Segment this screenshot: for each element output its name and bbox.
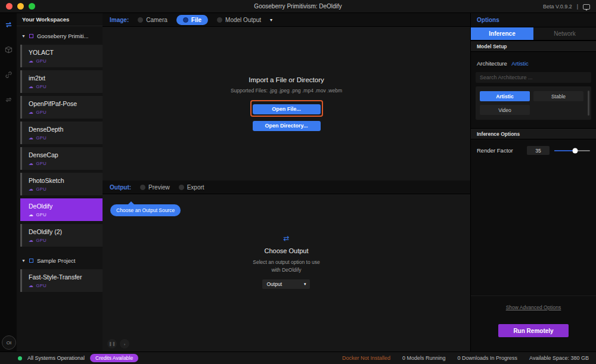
chevron-down-icon[interactable]: ▼	[21, 34, 26, 38]
slider-thumb[interactable]	[572, 148, 578, 153]
project-group-gooseberry[interactable]: ▼ Gooseberry Primiti...	[17, 26, 103, 45]
workspaces-sidebar: Your Workspaces ▼ Gooseberry Primiti... …	[17, 13, 103, 351]
output-panel: Choose an Output Source ⇄ Choose Output …	[103, 194, 470, 351]
gpu-tag: GPU	[36, 84, 47, 89]
render-factor-slider[interactable]	[554, 148, 590, 154]
status-bar: All Systems Operational Credits Availabl…	[0, 351, 596, 364]
workspace-item-im2txt[interactable]: im2txt ☁GPU	[20, 70, 103, 93]
export-icon	[179, 185, 184, 190]
chevron-down-icon[interactable]: ▼	[21, 259, 26, 263]
render-factor-label: Render Factor	[477, 147, 527, 154]
output-mode-export[interactable]: Export	[179, 184, 204, 191]
workspace-item-densecap[interactable]: DenseCap ☁GPU	[20, 147, 103, 170]
credits-available-badge[interactable]: Credits Available	[90, 354, 138, 362]
cloud-icon: ☁	[29, 186, 34, 192]
workspace-item-deoldify-2[interactable]: DeOldify (2) ☁GPU	[20, 224, 103, 247]
architecture-list-scrollbar[interactable]	[588, 91, 589, 116]
image-toolbar: Image: Camera File Model Output ▾	[103, 13, 470, 27]
open-directory-button[interactable]: Open Directory...	[253, 121, 321, 131]
main-panel: Image: Camera File Model Output ▾ Import…	[103, 13, 471, 351]
window-title: Gooseberry Primitivism: DeOldify	[0, 3, 596, 10]
choose-output-heading: Choose Output	[264, 247, 308, 254]
beta-version-label: Beta V.0.9.2	[543, 4, 572, 10]
project-group-label: Gooseberry Primiti...	[37, 33, 89, 39]
image-source-model-output[interactable]: Model Output	[217, 17, 261, 23]
gpu-tag: GPU	[36, 135, 47, 141]
output-media-controls: ❚❚ ◗	[107, 339, 129, 349]
open-file-highlight: Open File...	[250, 100, 323, 117]
open-file-button[interactable]: Open File...	[253, 104, 321, 114]
tab-inference[interactable]: Inference	[471, 27, 533, 40]
image-source-dropdown-caret[interactable]: ▾	[270, 17, 272, 23]
cloud-icon: ☁	[29, 84, 34, 89]
feedback-chat-icon[interactable]	[583, 4, 590, 10]
workspace-item-yolact[interactable]: YOLACT ☁GPU	[20, 45, 103, 67]
downloads-progress-text: 0 Downloads In Progress	[458, 355, 518, 361]
pause-button[interactable]: ❚❚	[107, 339, 117, 349]
workspace-item-fast-style-transfer[interactable]: Fast-Style-Transfer ☁GPU	[20, 269, 103, 292]
project-group-label: Sample Project	[37, 257, 75, 264]
options-panel: Options Inference Network Model Setup Ar…	[471, 13, 596, 351]
image-source-file[interactable]: File	[176, 15, 208, 25]
output-mode-preview[interactable]: Preview	[140, 184, 170, 191]
model-output-icon	[217, 17, 222, 23]
chat-widget-button[interactable]: OI	[2, 335, 16, 350]
available-space-text: Available Space: 380 GB	[529, 355, 589, 361]
gpu-tag: GPU	[36, 212, 47, 217]
workspace-item-openpifpaf-pose[interactable]: OpenPifPaf-Pose ☁GPU	[20, 96, 103, 119]
cloud-icon: ☁	[29, 110, 34, 115]
import-heading: Import a File or Directory	[249, 76, 324, 83]
choose-output-source-button[interactable]: Choose an Output Source	[110, 204, 181, 216]
choose-output-description: Select an output option to use with DeOl…	[253, 259, 319, 274]
project-group-sample[interactable]: ▼ Sample Project	[17, 251, 103, 269]
workspace-item-densedepth[interactable]: DenseDepth ☁GPU	[20, 122, 103, 144]
gpu-tag: GPU	[36, 283, 47, 288]
output-toolbar: Output: Preview Export	[103, 181, 470, 194]
architecture-value-link[interactable]: Artistic	[511, 60, 529, 67]
cloud-icon: ☁	[29, 161, 34, 166]
show-advanced-options-link[interactable]: Show Advanced Options	[471, 304, 596, 310]
output-toolbar-label: Output:	[110, 184, 131, 191]
inference-options-header: Inference Options	[471, 128, 596, 139]
architecture-option-stable[interactable]: Stable	[533, 91, 583, 101]
image-toolbar-label: Image:	[110, 17, 129, 23]
repeat-icon[interactable]	[4, 95, 13, 104]
output-dropdown[interactable]: Output ▾	[262, 279, 310, 289]
gpu-tag: GPU	[36, 110, 47, 115]
search-architecture-input[interactable]	[476, 72, 591, 83]
swap-arrows-icon[interactable]	[4, 20, 13, 29]
cloud-icon: ☁	[29, 135, 34, 141]
project-square-icon	[29, 34, 33, 38]
cloud-icon: ☁	[29, 58, 34, 64]
gpu-tag: GPU	[36, 161, 47, 166]
run-remotely-button[interactable]: Run Remotely	[498, 324, 569, 337]
import-panel: Import a File or Directory Supported Fil…	[103, 27, 470, 181]
supported-files-text: Supported Files: .jpg .jpeg .png .mp4 .m…	[231, 88, 342, 94]
image-source-camera[interactable]: Camera	[138, 17, 167, 23]
render-factor-value[interactable]: 35	[527, 146, 550, 155]
transfer-icon: ⇄	[283, 234, 289, 242]
tab-network[interactable]: Network	[533, 27, 596, 40]
architecture-option-video[interactable]: Video	[480, 105, 530, 115]
workspace-item-deoldify[interactable]: DeOldify ☁GPU	[20, 198, 103, 221]
options-footer: Show Advanced Options Run Remotely	[471, 295, 596, 351]
status-green-dot	[18, 356, 22, 360]
output-dropdown-value: Output	[266, 281, 303, 287]
preview-icon	[140, 185, 145, 190]
docker-status-text: Docker Not Installed	[342, 355, 390, 361]
gpu-tag: GPU	[36, 58, 47, 64]
workspaces-header: Your Workspaces	[17, 13, 103, 26]
box-icon[interactable]	[4, 45, 13, 54]
architecture-option-artistic[interactable]: Artistic	[480, 91, 530, 101]
capture-button[interactable]: ◗	[120, 339, 129, 349]
choose-output-block: ⇄ Choose Output Select an output option …	[253, 234, 319, 289]
file-icon	[183, 17, 188, 23]
camera-icon	[138, 17, 143, 23]
options-title: Options	[471, 13, 596, 27]
gpu-tag: GPU	[36, 238, 47, 243]
architecture-list: Artistic Stable Video	[476, 86, 591, 120]
project-square-icon	[29, 259, 33, 263]
models-running-text: 0 Models Running	[402, 355, 446, 361]
workspace-item-photosketch[interactable]: PhotoSketch ☁GPU	[20, 173, 103, 195]
link-icon[interactable]	[4, 70, 13, 79]
